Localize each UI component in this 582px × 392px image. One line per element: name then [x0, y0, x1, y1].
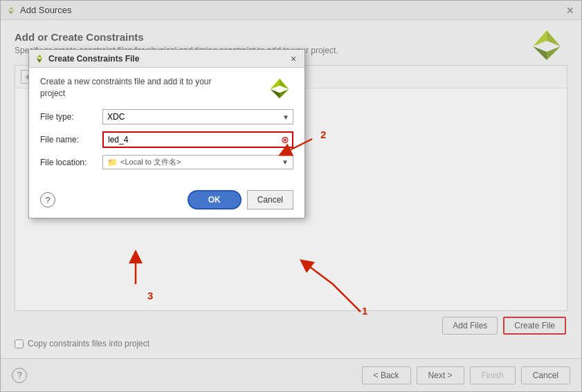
folder-icon: 📁	[107, 158, 118, 167]
file-location-row: File location: 📁 <Local to 文件名> ▼	[40, 155, 293, 169]
file-location-display[interactable]: 📁 <Local to 文件名> ▼	[102, 155, 293, 169]
modal-footer: ? OK Cancel	[29, 185, 304, 218]
svg-marker-9	[37, 55, 39, 58]
modal-body: Create a new constraints file and add it…	[29, 68, 304, 185]
file-name-clear-icon[interactable]: ⊗	[280, 134, 291, 145]
file-location-control: 📁 <Local to 文件名> ▼	[102, 155, 293, 169]
modal-icon	[35, 54, 44, 64]
file-name-row: File name: ⊗	[40, 131, 293, 148]
modal-help-button[interactable]: ?	[40, 192, 55, 207]
svg-marker-12	[280, 79, 289, 89]
file-location-value: <Local to 文件名>	[120, 157, 181, 167]
file-type-control: XDC ▼	[102, 109, 293, 124]
modal-title: Create Constraints File	[48, 54, 139, 64]
file-name-control: ⊗	[102, 131, 293, 148]
modal-footer-buttons: OK Cancel	[188, 190, 293, 209]
file-type-label: File type:	[40, 112, 102, 122]
file-type-row: File type: XDC ▼	[40, 109, 293, 124]
file-location-label: File location:	[40, 158, 102, 167]
modal-close-button[interactable]: ×	[288, 53, 299, 64]
svg-marker-11	[37, 58, 39, 63]
badge-2: 2	[320, 129, 326, 140]
file-name-label: File name:	[40, 135, 102, 144]
modal-header-row: Create a new constraints file and add it…	[40, 76, 293, 100]
modal-ok-button[interactable]: OK	[188, 190, 242, 209]
modal-header-text: Create a new constraints file and add it…	[40, 76, 234, 100]
modal-titlebar: Create Constraints File ×	[29, 50, 304, 68]
modal-cancel-button[interactable]: Cancel	[247, 190, 293, 209]
create-constraints-dialog: Create Constraints File × Create a new c…	[28, 49, 305, 218]
badge-1: 1	[362, 305, 367, 317]
main-window: Add Sources ✕ Add or Create Constraints …	[0, 0, 582, 392]
svg-marker-14	[280, 89, 289, 98]
svg-marker-10	[39, 58, 42, 63]
svg-marker-8	[39, 55, 42, 58]
file-name-input[interactable]	[102, 131, 293, 148]
badge-3: 3	[147, 290, 153, 301]
file-type-select[interactable]: XDC	[102, 109, 293, 124]
svg-marker-15	[271, 89, 280, 98]
file-location-arrow: ▼	[282, 158, 289, 166]
modal-titlebar-left: Create Constraints File	[35, 54, 139, 64]
svg-marker-13	[271, 79, 280, 89]
modal-vivado-logo	[266, 76, 293, 100]
